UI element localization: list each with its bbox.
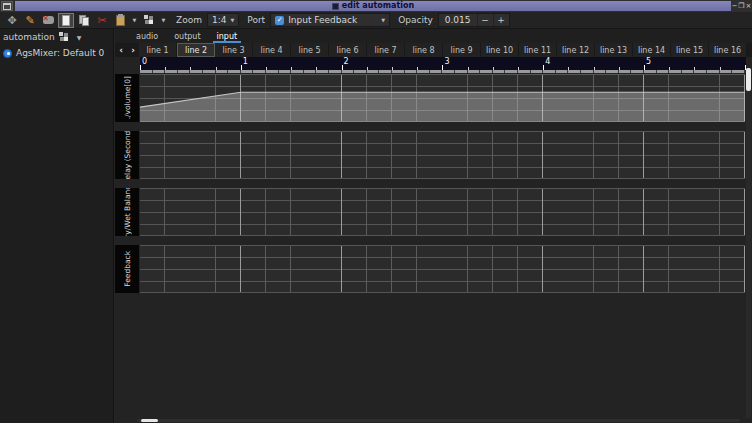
chevron-down-icon: ▼ xyxy=(381,17,385,23)
line-tab-line-9[interactable]: line 9 xyxy=(443,43,481,57)
copy-tool[interactable] xyxy=(76,13,92,28)
cut-tool[interactable]: ✂ xyxy=(94,13,110,28)
line-tab-line-13[interactable]: line 13 xyxy=(595,43,633,57)
line-tabs-prev-button[interactable]: ‹ xyxy=(115,43,127,57)
automation-editor: audiooutputinput ‹›line 1line 2line 3lin… xyxy=(115,29,752,423)
chevron-down-icon[interactable]: ▼ xyxy=(77,34,82,41)
line-tabs-next-button[interactable]: › xyxy=(127,43,139,57)
opacity-decrement-button[interactable]: − xyxy=(477,14,493,26)
opacity-label: Opacity xyxy=(398,15,433,25)
chevron-down-icon: ▼ xyxy=(230,17,234,23)
menu-tool[interactable] xyxy=(141,13,157,28)
window-title: edit automation xyxy=(342,1,414,11)
position-ruler: 0123456 xyxy=(140,57,746,70)
select-tool-icon xyxy=(62,15,70,26)
menu-tool-icon xyxy=(144,15,154,25)
line-tab-line-8[interactable]: line 8 xyxy=(405,43,443,57)
line-tabs: ‹›line 1line 2line 3line 4line 5line 6li… xyxy=(115,43,752,57)
track-label-text: ./volume[0] xyxy=(123,76,132,119)
titlebar: edit automation − ❐ × xyxy=(0,0,752,12)
track-label-text: Dry/Wet Balance xyxy=(123,188,132,236)
opacity-value[interactable]: 0.015 xyxy=(439,14,477,26)
machine-selector-icon xyxy=(59,32,69,42)
track-label-text: Delay (Seconds) xyxy=(123,131,132,179)
machine-label: AgsMixer: Default 0 xyxy=(16,48,104,58)
automation-grid-2[interactable] xyxy=(140,131,745,179)
line-tab-line-6[interactable]: line 6 xyxy=(329,43,367,57)
line-tab-line-7[interactable]: line 7 xyxy=(367,43,405,57)
clear-tool[interactable] xyxy=(40,13,56,28)
zoom-value: 1:4 xyxy=(212,15,226,25)
track-label: Dry/Wet Balance xyxy=(115,188,139,236)
port-select[interactable]: ✓ Input Feedback ▼ xyxy=(270,13,390,27)
line-tab-line-15[interactable]: line 15 xyxy=(671,43,709,57)
paste-tool-icon xyxy=(116,15,125,26)
tab-input[interactable]: input xyxy=(209,29,246,43)
sidebar-title: automation xyxy=(3,32,55,42)
machine-sidebar: automation ▼ AgsMixer: Default 0 xyxy=(0,29,114,423)
ruler-number: 1 xyxy=(243,57,248,66)
close-button[interactable]: × xyxy=(745,1,752,11)
line-tab-line-5[interactable]: line 5 xyxy=(291,43,329,57)
automation-curve[interactable] xyxy=(140,74,745,122)
opacity-increment-button[interactable]: + xyxy=(493,14,509,26)
ruler-number: 4 xyxy=(545,57,550,66)
automation-grid-3[interactable] xyxy=(140,188,745,236)
edit-automation-window: edit automation − ❐ × ✥✎✂▼▼ Zoom 1:4 ▼ P… xyxy=(0,0,752,423)
line-tab-line-4[interactable]: line 4 xyxy=(253,43,291,57)
position-tool-icon: ✥ xyxy=(7,15,16,26)
app-icon xyxy=(332,3,339,10)
machine-radio[interactable] xyxy=(3,49,12,58)
port-value: Input Feedback xyxy=(288,15,357,25)
edit-tool[interactable]: ✎ xyxy=(22,13,38,28)
restore-button[interactable]: ❐ xyxy=(738,1,745,11)
ruler-number: 0 xyxy=(142,57,147,66)
track-label-text: Feedback xyxy=(123,251,132,287)
port-label: Port xyxy=(247,15,265,25)
zoom-label: Zoom xyxy=(176,15,202,25)
window-menu-button[interactable] xyxy=(1,1,13,11)
track-label: ./volume[0] xyxy=(115,74,139,122)
line-tab-line-16[interactable]: line 16 xyxy=(709,43,747,57)
line-tab-line-10[interactable]: line 10 xyxy=(481,43,519,57)
automation-track-row: Dry/Wet Balance xyxy=(115,188,746,236)
opacity-spinbox: 0.015 − + xyxy=(438,13,510,27)
ruler-number: 2 xyxy=(344,57,349,66)
vertical-scrollbar-thumb[interactable] xyxy=(746,68,751,91)
edit-tool-icon: ✎ xyxy=(25,15,34,26)
select-tool[interactable] xyxy=(58,13,74,28)
meter-strip xyxy=(140,70,745,73)
automation-track-row: ./volume[0] xyxy=(115,74,746,122)
port-checkbox[interactable]: ✓ xyxy=(275,16,284,25)
track-label: Feedback xyxy=(115,245,139,293)
line-tab-line-3[interactable]: line 3 xyxy=(215,43,253,57)
horizontal-scrollbar[interactable] xyxy=(137,419,740,422)
menu-tool-dropdown[interactable]: ▼ xyxy=(159,13,168,28)
paste-tool[interactable] xyxy=(112,13,128,28)
tab-audio[interactable]: audio xyxy=(128,29,166,43)
line-tab-line-11[interactable]: line 11 xyxy=(519,43,557,57)
minimize-button[interactable]: − xyxy=(731,1,738,11)
automation-track-row: Delay (Seconds) xyxy=(115,131,746,179)
titlebar-strip: edit automation xyxy=(15,1,731,11)
ruler-number: 5 xyxy=(646,57,651,66)
line-tab-line-14[interactable]: line 14 xyxy=(633,43,671,57)
zoom-select[interactable]: 1:4 ▼ xyxy=(207,13,239,27)
automation-grid-4[interactable] xyxy=(140,245,745,293)
horizontal-scrollbar-thumb[interactable] xyxy=(141,419,158,422)
vertical-scrollbar[interactable] xyxy=(746,68,751,418)
track-label: Delay (Seconds) xyxy=(115,131,139,179)
machine-radio-row[interactable]: AgsMixer: Default 0 xyxy=(0,42,113,58)
position-tool[interactable]: ✥ xyxy=(4,13,20,28)
line-tab-line-2[interactable]: line 2 xyxy=(177,43,215,57)
toolbar: ✥✎✂▼▼ Zoom 1:4 ▼ Port ✓ Input Feedback ▼… xyxy=(0,12,752,29)
line-tab-line-1[interactable]: line 1 xyxy=(139,43,177,57)
cut-tool-icon: ✂ xyxy=(97,15,106,26)
tab-output[interactable]: output xyxy=(166,29,208,43)
ruler-number: 3 xyxy=(444,57,449,66)
copy-tool-icon xyxy=(79,15,90,26)
channel-type-tabs: audiooutputinput xyxy=(115,29,752,43)
paste-tool-dropdown[interactable]: ▼ xyxy=(130,13,139,28)
line-tab-line-12[interactable]: line 12 xyxy=(557,43,595,57)
automation-track-row: Feedback xyxy=(115,245,746,293)
